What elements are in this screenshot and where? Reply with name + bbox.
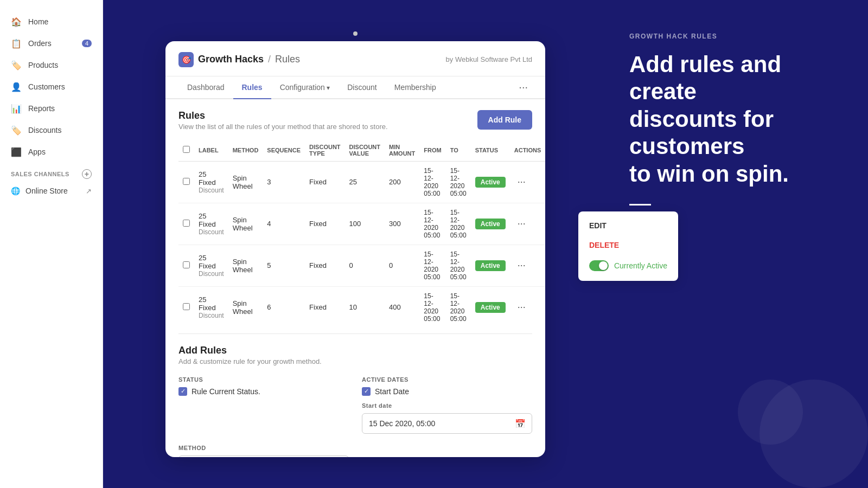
orders-badge: 4	[82, 40, 92, 47]
actions-button-1[interactable]: ···	[514, 217, 529, 230]
online-store-label: Online Store	[25, 187, 68, 195]
cell-actions-2: ···	[510, 245, 545, 286]
cell-sequence-1: 4	[263, 203, 305, 245]
home-icon: 🏠	[11, 16, 22, 27]
tabs-more-button[interactable]: ···	[514, 76, 532, 98]
start-date-checkbox[interactable]: ✓	[362, 387, 371, 396]
start-date-checkbox-label: Start Date	[375, 387, 409, 396]
rules-header: Rules View the list of all the rules of …	[178, 110, 532, 131]
col-discount-type: DISCOUNTTYPE	[305, 139, 344, 162]
app-card-header: 🎯 Growth Hacks / Rules by Webkul Softwar…	[165, 41, 545, 76]
app-title-sub: Rules	[275, 54, 300, 65]
cell-sequence-3: 6	[263, 286, 305, 328]
app-title: 🎯 Growth Hacks / Rules	[178, 52, 300, 76]
cell-status-0: Active	[471, 161, 510, 203]
context-menu-edit[interactable]: EDIT	[578, 216, 678, 235]
panel-underline-decoration	[629, 204, 651, 206]
form-row-1: STATUS ✓ Rule Current Status. ACTIVE DAT…	[178, 376, 532, 434]
table-row: 25 Fixed Discount Spin Wheel 4 Fixed 100…	[178, 203, 545, 245]
external-link-icon: ↗	[86, 187, 92, 195]
status-label: STATUS	[178, 376, 349, 383]
add-sales-channel-button[interactable]: +	[82, 169, 92, 179]
actions-button-3[interactable]: ···	[514, 300, 529, 314]
cell-label-1: 25 Fixed Discount	[194, 203, 228, 245]
tab-rules[interactable]: Rules	[233, 76, 271, 99]
panel-title-line1: Add rules and create	[629, 52, 781, 104]
row-checkbox-1[interactable]	[183, 220, 190, 227]
sidebar-item-products[interactable]: 🏷️ Products	[0, 54, 103, 76]
cell-label-3: 25 Fixed Discount	[194, 286, 228, 328]
cell-min-amount-2: 0	[385, 245, 419, 286]
cell-discount-value-2: 0	[345, 245, 385, 286]
start-date-label: Start date	[362, 402, 532, 409]
actions-button-2[interactable]: ···	[514, 259, 529, 272]
cell-discount-type-2: Fixed	[305, 245, 344, 286]
customers-icon: 👤	[11, 81, 22, 92]
tab-discount[interactable]: Discount	[339, 76, 385, 99]
col-actions: ACTIONS	[510, 139, 545, 162]
sidebar-item-label: Customers	[28, 82, 65, 91]
cell-status-3: Active	[471, 286, 510, 328]
active-dates-col: ACTIVE DATES ✓ Start Date Start date 📅	[362, 376, 532, 434]
table-header-checkbox	[178, 139, 194, 162]
add-rules-section: Add Rules Add & customize rule for your …	[178, 333, 532, 457]
cell-discount-type-0: Fixed	[305, 161, 344, 203]
cell-status-1: Active	[471, 203, 510, 245]
row-checkbox-0[interactable]	[183, 178, 190, 185]
status-col: STATUS ✓ Rule Current Status.	[178, 376, 349, 434]
cell-actions-3: ···	[510, 286, 545, 328]
sales-channels-label: SALES CHANNELS	[11, 171, 69, 177]
cell-from-2: 15-12-2020 05:00	[419, 245, 445, 286]
tab-configuration[interactable]: Configuration	[271, 76, 339, 99]
cell-to-3: 15-12-2020 05:00	[446, 286, 471, 328]
method-label: METHOD	[178, 445, 349, 451]
sidebar-item-reports[interactable]: 📊 Reports	[0, 98, 103, 119]
status-checkbox-label: Rule Current Status.	[192, 387, 260, 396]
add-rules-subtitle: Add & customize rule for your growth met…	[178, 357, 532, 365]
app-card: 🎯 Growth Hacks / Rules by Webkul Softwar…	[165, 41, 545, 457]
products-icon: 🏷️	[11, 60, 22, 70]
cell-from-0: 15-12-2020 05:00	[419, 161, 445, 203]
cell-min-amount-1: 300	[385, 203, 419, 245]
app-logo: 🎯	[178, 52, 194, 67]
row-checkbox-2[interactable]	[183, 261, 190, 268]
add-rule-button[interactable]: Add Rule	[477, 110, 532, 130]
sidebar-item-online-store[interactable]: 🌐 Online Store ↗	[0, 182, 103, 200]
start-date-input[interactable]	[362, 413, 532, 434]
context-menu-toggle[interactable]: Currently Active	[578, 255, 678, 277]
method-col: METHOD Spin Wheel	[178, 445, 349, 457]
active-dates-label: ACTIVE DATES	[362, 376, 532, 383]
store-icon: 🌐	[11, 187, 20, 195]
row-checkbox-3[interactable]	[183, 303, 190, 310]
cell-min-amount-3: 400	[385, 286, 419, 328]
sidebar-item-orders[interactable]: 📋 Orders 4	[0, 33, 103, 54]
table-row: 25 Fixed Discount Spin Wheel 5 Fixed 0 0…	[178, 245, 545, 286]
form-row-2: METHOD Spin Wheel	[178, 445, 532, 457]
toggle-switch[interactable]	[589, 260, 609, 271]
sidebar-item-customers[interactable]: 👤 Customers	[0, 76, 103, 98]
cell-method-1: Spin Wheel	[228, 203, 263, 245]
cell-label-2: 25 Fixed Discount	[194, 245, 228, 286]
col-min-amount: MINAMOUNT	[385, 139, 419, 162]
cell-sequence-2: 5	[263, 245, 305, 286]
sidebar-item-home[interactable]: 🏠 Home	[0, 11, 103, 33]
app-content: Rules View the list of all the rules of …	[165, 99, 545, 457]
sidebar-item-label: Reports	[28, 104, 55, 113]
col-from: FROM	[419, 139, 445, 162]
context-menu-delete[interactable]: DELETE	[578, 235, 678, 255]
method-select[interactable]: Spin Wheel	[178, 455, 349, 457]
cell-method-2: Spin Wheel	[228, 245, 263, 286]
col-discount-value: DISCOUNTVALUE	[345, 139, 385, 162]
actions-button-0[interactable]: ···	[514, 175, 529, 189]
tab-dashboard[interactable]: Dashborad	[178, 76, 233, 99]
toggle-label: Currently Active	[614, 261, 667, 270]
sidebar-item-apps[interactable]: ⬛ Apps	[0, 141, 103, 163]
discounts-icon: 🏷️	[11, 125, 22, 136]
cell-actions-1: ···	[510, 203, 545, 245]
select-all-checkbox[interactable]	[183, 146, 190, 153]
status-checkbox[interactable]: ✓	[178, 387, 187, 396]
sidebar-item-label: Orders	[28, 39, 52, 48]
tab-membership[interactable]: Membership	[386, 76, 445, 99]
sidebar-item-discounts[interactable]: 🏷️ Discounts	[0, 119, 103, 141]
cell-to-1: 15-12-2020 05:00	[446, 203, 471, 245]
